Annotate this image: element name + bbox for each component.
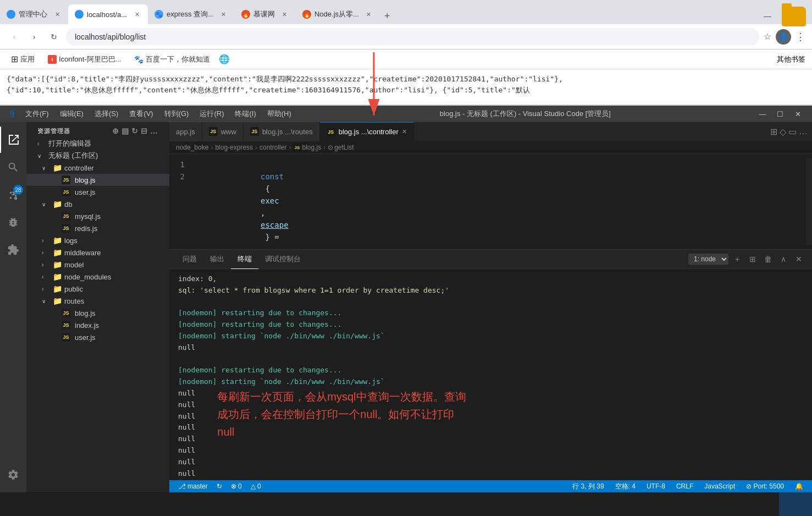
- activity-settings[interactable]: [0, 462, 26, 488]
- maximize-panel-icon[interactable]: ∧: [777, 252, 790, 266]
- git-branch-item[interactable]: ⎇ master: [176, 480, 210, 492]
- panel-tab-problems[interactable]: 问题: [176, 250, 203, 269]
- vscode-maximize[interactable]: ☐: [772, 106, 788, 122]
- tab-3[interactable]: 🐾 express 查询... ✕: [148, 4, 235, 24]
- refresh-button[interactable]: ↻: [46, 29, 62, 45]
- settings-icon[interactable]: [0, 462, 26, 488]
- warnings-item[interactable]: △ 0: [248, 480, 263, 492]
- more-actions-icon[interactable]: …: [150, 127, 158, 135]
- tab-1-close[interactable]: ✕: [53, 10, 62, 19]
- more-tabs-icon[interactable]: ◇: [780, 127, 786, 137]
- line-col-item[interactable]: 行 3, 列 39: [570, 480, 606, 492]
- editor-tab-appjs[interactable]: app.js: [169, 122, 202, 141]
- menu-file[interactable]: 文件(F): [21, 108, 53, 120]
- other-bookmarks[interactable]: 其他书签: [777, 54, 805, 64]
- tab-5-close[interactable]: ✕: [364, 10, 373, 19]
- code-editor[interactable]: 1 2 const { exec , escape } = require: [169, 154, 812, 249]
- sidebar-file-db-redis[interactable]: JS redis.js: [26, 222, 169, 234]
- new-file-icon[interactable]: ⊕: [112, 127, 119, 135]
- encoding-item[interactable]: UTF-8: [644, 480, 667, 492]
- tab-4[interactable]: 🔥 慕课网 ✕: [235, 4, 296, 24]
- sidebar-folder-routes[interactable]: ∨ 📁 routes: [26, 295, 169, 307]
- breadcrumb-controller[interactable]: controller: [259, 144, 286, 151]
- split-editor-icon[interactable]: ⊞: [770, 127, 777, 137]
- menu-help[interactable]: 帮助(H): [263, 108, 296, 120]
- split-terminal-icon[interactable]: ⊞: [746, 252, 759, 266]
- sidebar-folder-node-modules[interactable]: › 📁 node_modules: [26, 271, 169, 283]
- sidebar-folder-db[interactable]: ∨ 📁 db: [26, 198, 169, 210]
- layout-icon[interactable]: ▭: [788, 127, 797, 137]
- menu-view[interactable]: 查看(V): [125, 108, 157, 120]
- minimize-button[interactable]: —: [755, 8, 780, 24]
- sidebar-file-controller-blog[interactable]: JS blog.js: [26, 174, 169, 186]
- editor-tab-blog-controller[interactable]: JS blog.js ...\controller ✕: [320, 122, 414, 141]
- activity-source-control[interactable]: 28: [0, 182, 26, 208]
- port-item[interactable]: ⊘ Port: 5500: [744, 480, 786, 492]
- spaces-item[interactable]: 空格: 4: [613, 480, 638, 492]
- menu-edit[interactable]: 编辑(E): [56, 108, 88, 120]
- bookmark-apps[interactable]: ⊞ 应用: [7, 52, 39, 66]
- bookmark-baidu[interactable]: 🐾 百度一下，你就知道: [130, 53, 214, 66]
- sidebar-workspace[interactable]: ∨ 无标题 (工作区): [26, 150, 169, 162]
- activity-search[interactable]: [0, 154, 26, 180]
- vpn-folder[interactable]: [782, 7, 806, 26]
- editor-tab-www[interactable]: JS www: [202, 122, 244, 141]
- tab-close-icon[interactable]: ✕: [402, 128, 407, 135]
- refresh-icon[interactable]: ↻: [131, 127, 139, 135]
- new-folder-icon[interactable]: ▤: [121, 127, 129, 135]
- tab-1[interactable]: 🌐 管理中心 ✕: [0, 4, 68, 24]
- kill-terminal-icon[interactable]: 🗑: [761, 252, 775, 266]
- panel-tab-debug-console[interactable]: 调试控制台: [258, 250, 307, 269]
- panel-tab-output[interactable]: 输出: [203, 250, 231, 269]
- code-content[interactable]: const { exec , escape } = require ( '../…: [191, 158, 805, 245]
- sidebar-folder-controller[interactable]: ∨ 📁 controller: [26, 162, 169, 174]
- sidebar-file-routes-blog[interactable]: JS blog.js: [26, 307, 169, 319]
- sidebar-file-routes-index[interactable]: JS index.js: [26, 319, 169, 331]
- sidebar-folder-model[interactable]: › 📁 model: [26, 259, 169, 271]
- sidebar-file-db-mysql[interactable]: JS mysql.js: [26, 210, 169, 222]
- vscode-close[interactable]: ✕: [790, 106, 805, 122]
- terminal-content[interactable]: index: 0, sql: 'select * from blogsw whe…: [169, 269, 812, 480]
- breadcrumb-file[interactable]: JS blog.js: [293, 144, 321, 151]
- tab-3-close[interactable]: ✕: [219, 10, 228, 19]
- errors-item[interactable]: ⊗ 0: [229, 480, 244, 492]
- line-ending-item[interactable]: CRLF: [674, 480, 695, 492]
- address-input[interactable]: localhost/api/blog/list: [66, 28, 759, 46]
- scrollbar[interactable]: [805, 158, 812, 245]
- tab-4-close[interactable]: ✕: [280, 10, 289, 19]
- sidebar-folder-logs[interactable]: › 📁 logs: [26, 234, 169, 246]
- bookmark-star[interactable]: ☆: [764, 31, 771, 42]
- terminal-instance-select[interactable]: 1: node: [688, 254, 728, 265]
- sidebar-folder-public[interactable]: › 📁 public: [26, 283, 169, 295]
- tab-5[interactable]: 🔥 Node.js从零... ✕: [296, 4, 380, 24]
- new-terminal-icon[interactable]: +: [731, 252, 744, 266]
- menu-run[interactable]: 运行(R): [195, 108, 228, 120]
- menu-select[interactable]: 选择(S): [90, 108, 123, 120]
- menu-terminal[interactable]: 终端(I): [230, 108, 260, 120]
- forward-button[interactable]: ›: [26, 29, 42, 45]
- tab-2[interactable]: 🌐 localhost/a... ✕: [68, 4, 148, 24]
- ellipsis-icon[interactable]: …: [799, 127, 808, 136]
- bookmark-iconfont[interactable]: I Iconfont-阿里巴巴...: [43, 53, 125, 66]
- back-button[interactable]: ‹: [7, 29, 22, 45]
- breadcrumb-blog-express[interactable]: blog-express: [215, 144, 253, 151]
- close-panel-icon[interactable]: ✕: [792, 252, 805, 266]
- breadcrumb-func[interactable]: ⊙ getList: [328, 144, 353, 151]
- tab-2-close[interactable]: ✕: [132, 10, 141, 19]
- vscode-minimize[interactable]: —: [755, 106, 770, 122]
- breadcrumb-node-boke[interactable]: node_boke: [176, 144, 208, 151]
- activity-extensions[interactable]: [0, 237, 26, 263]
- sidebar-folder-middleware[interactable]: › 📁 middleware: [26, 246, 169, 259]
- language-item[interactable]: JavaScript: [702, 480, 737, 492]
- editor-tab-blog-routes[interactable]: JS blog.js ...\routes: [244, 122, 320, 141]
- menu-goto[interactable]: 转到(G): [160, 108, 194, 120]
- activity-explorer[interactable]: [0, 127, 26, 153]
- panel-tab-terminal[interactable]: 终端: [231, 250, 258, 269]
- sidebar-file-routes-user[interactable]: JS user.js: [26, 331, 169, 343]
- new-tab-button[interactable]: +: [380, 8, 395, 24]
- vpn-folder-icon[interactable]: vpn: [780, 4, 808, 37]
- sidebar-file-controller-user[interactable]: JS user.js: [26, 186, 169, 198]
- sync-item[interactable]: ↻: [214, 480, 224, 492]
- activity-debug[interactable]: [0, 209, 26, 235]
- collapse-icon[interactable]: ⊟: [141, 127, 148, 135]
